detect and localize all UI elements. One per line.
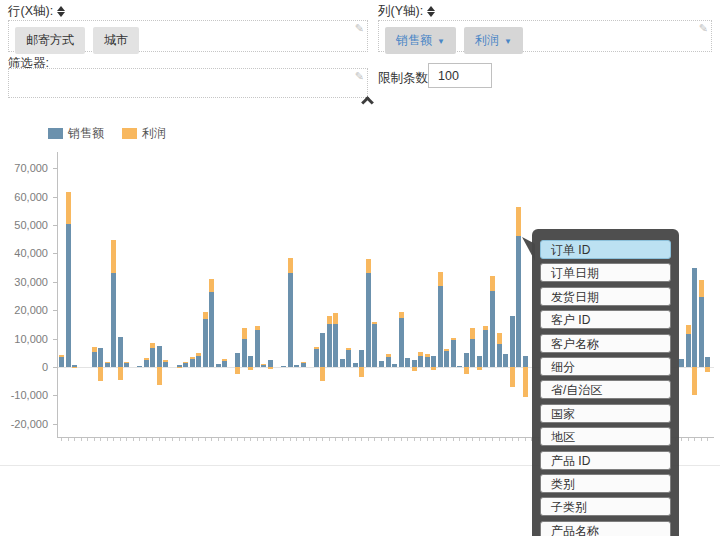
bar-sales-segment[interactable]: [248, 356, 253, 367]
context-menu-item[interactable]: 类别: [540, 474, 671, 493]
bar-sales-segment[interactable]: [405, 358, 410, 367]
context-menu-item[interactable]: 省/自治区: [540, 380, 671, 399]
bar-sales-segment[interactable]: [203, 319, 208, 367]
bar-profit-segment[interactable]: [314, 347, 319, 350]
edit-pencil-icon[interactable]: ✎: [699, 22, 708, 35]
bar-sales-segment[interactable]: [98, 348, 103, 367]
row-field-chip[interactable]: 城市: [93, 27, 139, 54]
bar-sales-segment[interactable]: [242, 339, 247, 367]
bar-profit-segment[interactable]: [203, 312, 208, 319]
bar-profit-segment[interactable]: [288, 258, 293, 274]
bar-sales-segment[interactable]: [510, 316, 515, 367]
bar-profit-segment[interactable]: [222, 359, 227, 360]
bar-profit-segment[interactable]: [242, 328, 247, 339]
bar-profit-segment[interactable]: [477, 367, 482, 370]
bar-profit-segment[interactable]: [66, 192, 71, 223]
bar-profit-segment[interactable]: [209, 279, 214, 292]
context-menu-item[interactable]: 客户 ID: [540, 310, 671, 329]
bar-sales-segment[interactable]: [679, 359, 684, 367]
bar-profit-segment[interactable]: [346, 348, 351, 350]
bar-sales-segment[interactable]: [372, 324, 377, 367]
bar-profit-segment[interactable]: [118, 367, 123, 380]
bar-sales-segment[interactable]: [196, 356, 201, 367]
bar-sales-segment[interactable]: [392, 364, 397, 367]
bar-sales-segment[interactable]: [444, 351, 449, 367]
collapse-panel-chevron-up-icon[interactable]: [361, 96, 374, 109]
bar-profit-segment[interactable]: [320, 367, 325, 381]
context-menu-item[interactable]: 地区: [540, 427, 671, 446]
bar-profit-segment[interactable]: [150, 343, 155, 348]
bar-profit-segment[interactable]: [111, 240, 116, 273]
context-menu-item[interactable]: 细分: [540, 357, 671, 376]
bar-sales-segment[interactable]: [516, 236, 521, 367]
filter-well[interactable]: ✎: [8, 68, 368, 98]
bar-profit-segment[interactable]: [464, 367, 469, 374]
bar-sales-segment[interactable]: [327, 324, 332, 367]
context-menu-item[interactable]: 发货日期: [540, 287, 671, 306]
bar-profit-segment[interactable]: [483, 326, 488, 330]
bar-profit-segment[interactable]: [431, 367, 436, 370]
bar-sales-segment[interactable]: [255, 330, 260, 367]
row-field-chip[interactable]: 邮寄方式: [15, 27, 85, 54]
edit-pencil-icon[interactable]: ✎: [355, 22, 364, 35]
bar-profit-segment[interactable]: [372, 322, 377, 324]
bar-sales-segment[interactable]: [379, 361, 384, 367]
bar-sales-segment[interactable]: [692, 268, 697, 367]
bar-sales-segment[interactable]: [366, 273, 371, 367]
bar-profit-segment[interactable]: [366, 259, 371, 274]
bar-sales-segment[interactable]: [261, 365, 266, 367]
measure-field-dropdown[interactable]: 销售额▼: [385, 27, 456, 54]
bar-profit-segment[interactable]: [235, 367, 240, 374]
bar-sales-segment[interactable]: [118, 337, 123, 367]
bar-sales-segment[interactable]: [105, 363, 110, 367]
sort-updown-icon[interactable]: [427, 6, 435, 17]
bar-profit-segment[interactable]: [451, 338, 456, 341]
bar-sales-segment[interactable]: [294, 365, 299, 367]
bar-profit-segment[interactable]: [248, 367, 253, 370]
bar-profit-segment[interactable]: [183, 362, 188, 363]
bar-sales-segment[interactable]: [412, 360, 417, 367]
bar-sales-segment[interactable]: [503, 354, 508, 367]
bar-sales-segment[interactable]: [431, 356, 436, 367]
bar-profit-segment[interactable]: [144, 358, 149, 360]
bar-sales-segment[interactable]: [124, 363, 129, 367]
bar-profit-segment[interactable]: [92, 347, 97, 352]
col-fields-well[interactable]: ✎ 销售额▼利润▼: [378, 20, 712, 52]
bar-profit-segment[interactable]: [516, 207, 521, 237]
bar-profit-segment[interactable]: [72, 367, 77, 368]
sort-updown-icon[interactable]: [57, 6, 65, 17]
bar-sales-segment[interactable]: [477, 356, 482, 367]
bar-sales-segment[interactable]: [144, 360, 149, 367]
bar-sales-segment[interactable]: [359, 350, 364, 367]
context-menu-item[interactable]: 产品 ID: [540, 451, 671, 470]
bar-sales-segment[interactable]: [470, 339, 475, 367]
bar-sales-segment[interactable]: [216, 364, 221, 367]
context-menu-item[interactable]: 子类别: [540, 497, 671, 516]
bar-sales-segment[interactable]: [183, 363, 188, 367]
bar-profit-segment[interactable]: [255, 326, 260, 330]
bar-sales-segment[interactable]: [425, 357, 430, 367]
bar-profit-segment[interactable]: [163, 360, 168, 361]
bar-sales-segment[interactable]: [333, 324, 338, 367]
bar-sales-segment[interactable]: [268, 360, 273, 367]
bar-profit-segment[interactable]: [444, 349, 449, 351]
context-menu-item[interactable]: 国家: [540, 404, 671, 423]
bar-sales-segment[interactable]: [320, 333, 325, 367]
bar-profit-segment[interactable]: [418, 352, 423, 355]
bar-sales-segment[interactable]: [451, 340, 456, 367]
bar-sales-segment[interactable]: [490, 291, 495, 367]
bar-profit-segment[interactable]: [412, 367, 417, 371]
bar-profit-segment[interactable]: [705, 367, 710, 372]
bar-sales-segment[interactable]: [483, 330, 488, 367]
bar-profit-segment[interactable]: [386, 354, 391, 357]
bar-sales-segment[interactable]: [699, 297, 704, 367]
bar-sales-segment[interactable]: [137, 366, 142, 367]
bar-profit-segment[interactable]: [196, 353, 201, 356]
bar-profit-segment[interactable]: [190, 357, 195, 359]
bar-sales-segment[interactable]: [686, 334, 691, 367]
bar-profit-segment[interactable]: [490, 276, 495, 291]
context-menu-item[interactable]: 产品名称: [540, 521, 671, 536]
bar-profit-segment[interactable]: [692, 367, 697, 395]
limit-input[interactable]: [428, 63, 492, 88]
bar-profit-segment[interactable]: [686, 325, 691, 334]
